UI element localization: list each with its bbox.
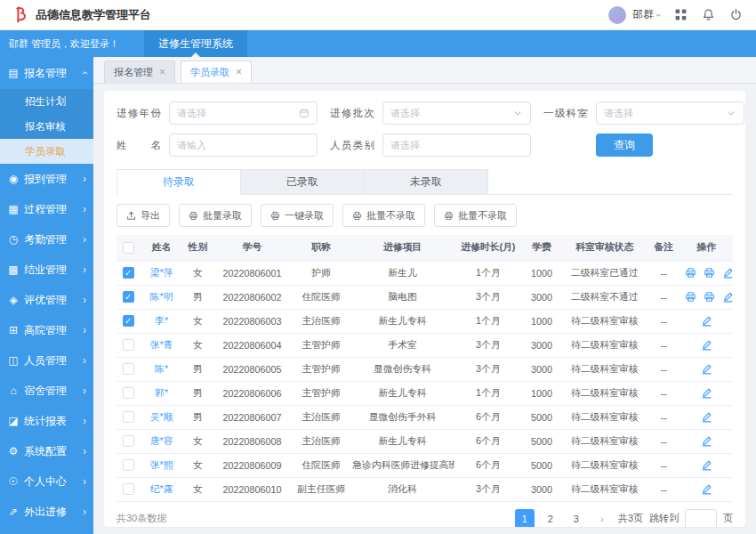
column-header: 进修项目	[350, 235, 454, 261]
cell-duration: 1个月	[454, 309, 522, 333]
cell-student_no: 20220806005	[213, 357, 292, 381]
table-row: 唐*容女20220806008主治医师新生儿专科6个月5000待二级科室审核--	[117, 429, 733, 453]
dept-select[interactable]: 请选择	[596, 101, 744, 125]
batch-reject-button-2[interactable]: 批量不录取	[434, 204, 517, 227]
apps-icon[interactable]	[674, 8, 688, 22]
next-page-button[interactable]: ›	[592, 509, 612, 528]
sidebar-item[interactable]: ◪统计报表›	[0, 406, 93, 436]
sidebar-item[interactable]: ◫人员管理›	[0, 345, 93, 376]
sidebar-item[interactable]: ◈评优管理›	[0, 285, 93, 315]
sidebar-item[interactable]: ▩结业管理›	[0, 255, 93, 285]
row-checkbox[interactable]	[123, 435, 134, 447]
print-icon[interactable]	[685, 267, 696, 279]
cell-status: 待二级科室审核	[561, 453, 647, 477]
sidebar-item[interactable]: ⊞高院管理›	[0, 315, 93, 345]
power-icon[interactable]	[729, 8, 744, 22]
cell-gender: 男	[183, 405, 213, 429]
edit-icon[interactable]	[722, 291, 733, 303]
year-picker[interactable]: 请选择	[169, 101, 318, 125]
sidebar-item[interactable]: ▤报名管理›	[0, 57, 93, 89]
sidebar-item[interactable]: ▦过程管理›	[0, 194, 93, 224]
filter-year: 进修年份 请选择	[117, 101, 318, 125]
dept-label: 一级科室	[543, 107, 588, 120]
sidebar-subitem[interactable]: 学员录取	[0, 139, 93, 164]
query-button[interactable]: 查询	[596, 134, 653, 157]
user-avatar[interactable]	[608, 6, 626, 24]
cell-gender: 男	[183, 285, 213, 309]
process-icon: ▦	[7, 203, 20, 215]
cell-fee: 5000	[522, 405, 561, 429]
select-all-checkbox[interactable]	[123, 242, 134, 254]
edit-icon[interactable]	[701, 435, 712, 447]
cell-project: 显微创伤手外科	[350, 405, 454, 429]
sidebar-item-label: 报名管理	[24, 66, 78, 81]
batch-reject-button[interactable]: 批量不录取	[342, 204, 425, 227]
row-checkbox[interactable]	[123, 339, 134, 351]
bell-icon[interactable]	[702, 8, 716, 22]
cell-status: 待二级科室审核	[561, 429, 647, 453]
row-checkbox[interactable]	[123, 411, 134, 423]
row-checkbox[interactable]: ✓	[123, 267, 134, 279]
cell-title: 副主任医师	[292, 477, 351, 501]
export-button[interactable]: 导出	[117, 204, 170, 227]
user-menu[interactable]: 邵群 ›	[632, 7, 661, 22]
edit-icon[interactable]	[701, 363, 712, 375]
sidebar-item[interactable]: ◷考勤管理›	[0, 224, 93, 255]
close-icon[interactable]: ×	[236, 67, 242, 77]
filter-row-2: 姓名 人员类别 请选择 查询	[117, 134, 733, 157]
cell-duration: 3个月	[454, 285, 522, 309]
row-checkbox[interactable]: ✓	[123, 315, 134, 327]
cell-title: 住院医师	[292, 453, 351, 477]
status-tab[interactable]: 待录取	[117, 169, 241, 195]
row-checkbox[interactable]	[123, 459, 134, 471]
sidebar-subitem[interactable]: 招生计划	[0, 89, 93, 114]
row-checkbox[interactable]	[123, 363, 134, 375]
page-button[interactable]: 1	[515, 509, 535, 528]
calendar-icon	[299, 108, 310, 118]
view-tab[interactable]: 报名管理×	[104, 61, 175, 83]
status-tab[interactable]: 已录取	[240, 169, 365, 195]
batch-admit-button[interactable]: 批量录取	[179, 204, 252, 227]
print-icon	[444, 211, 454, 221]
edit-icon[interactable]	[701, 315, 712, 327]
row-checkbox[interactable]: ✓	[123, 291, 134, 303]
type-select[interactable]: 请选择	[382, 134, 531, 157]
edit-icon[interactable]	[701, 411, 712, 423]
print-icon[interactable]	[704, 291, 715, 303]
print-icon[interactable]	[704, 267, 715, 279]
cell-project: 新生儿	[350, 261, 454, 285]
cell-fee: 1000	[522, 309, 561, 333]
edit-icon[interactable]	[701, 387, 712, 399]
sidebar-item[interactable]: ⇗外出进修›	[0, 497, 93, 527]
print-icon[interactable]	[685, 291, 696, 303]
award-icon: ◈	[7, 294, 20, 306]
sidebar-item[interactable]: ◉报到管理›	[0, 164, 93, 194]
jump-page-input[interactable]	[685, 509, 717, 528]
sidebar-subitem[interactable]: 报名审核	[0, 114, 93, 139]
batch-select[interactable]: 请选择	[382, 101, 531, 125]
edit-icon[interactable]	[701, 339, 712, 351]
status-tab[interactable]: 未录取	[364, 169, 488, 195]
edit-icon[interactable]	[701, 459, 712, 471]
sidebar-item[interactable]: ☉个人中心›	[0, 466, 93, 497]
cell-duration: 3个月	[454, 357, 522, 381]
close-icon[interactable]: ×	[159, 67, 165, 77]
sidebar-item[interactable]: ⌂宿舍管理›	[0, 376, 93, 406]
one-click-admit-button[interactable]: 一键录取	[261, 204, 334, 227]
page-button[interactable]: 2	[541, 509, 560, 528]
edit-icon[interactable]	[722, 267, 733, 279]
chevron-down-icon	[726, 108, 736, 118]
enroll-icon: ▤	[7, 67, 20, 79]
print-icon	[270, 211, 280, 221]
pagination: 123›共3页跳转到页	[515, 509, 733, 528]
row-checkbox[interactable]	[123, 387, 134, 399]
total-pages: 共3页	[618, 512, 643, 525]
name-input[interactable]	[169, 134, 318, 157]
row-checkbox[interactable]	[123, 483, 134, 495]
edit-icon[interactable]	[701, 483, 712, 495]
system-tab[interactable]: 进修生管理系统	[144, 30, 247, 57]
view-tab[interactable]: 学员录取×	[181, 61, 252, 83]
cell-fee: 1000	[522, 261, 561, 285]
sidebar-item[interactable]: ⚙系统配置›	[0, 436, 93, 466]
page-button[interactable]: 3	[567, 509, 586, 528]
